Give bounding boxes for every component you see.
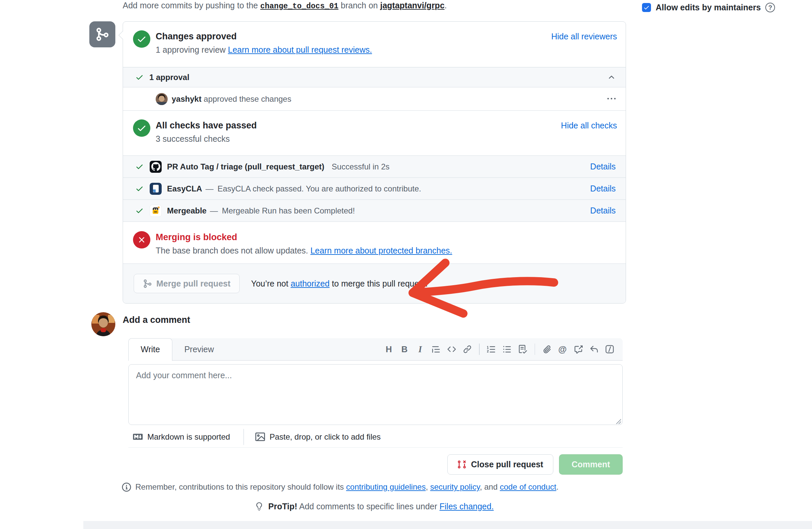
files-changed-link[interactable]: Files changed. <box>440 502 494 511</box>
markdown-supported-label[interactable]: Markdown is supported <box>147 432 230 442</box>
check-separator: — <box>210 206 218 215</box>
help-question-icon[interactable]: ? <box>765 3 775 12</box>
security-policy-link[interactable]: security policy <box>430 482 480 491</box>
checkbox-check-icon <box>643 4 650 11</box>
check-row-pr-auto-tag: PR Auto Tag / triage (pull_request_targe… <box>123 155 626 177</box>
authorized-link[interactable]: authorized <box>291 279 330 288</box>
comment-form: Write Preview H B I @ <box>128 338 623 448</box>
mention-icon[interactable]: @ <box>555 342 570 357</box>
check-details-link[interactable]: Details <box>590 206 616 215</box>
check-icon <box>137 34 147 44</box>
review-options-button[interactable] <box>607 95 616 103</box>
review-status-subtitle: 1 approving review Learn more about pull… <box>156 45 372 55</box>
link-icon[interactable] <box>459 342 475 357</box>
check-row-easycla: EasyCLA — EasyCLA check passed. You are … <box>123 177 626 199</box>
blocked-title: Merging is blocked <box>156 231 452 242</box>
note-prefix: You’re not <box>251 279 288 288</box>
merge-pull-request-button[interactable]: Merge pull request <box>134 274 240 293</box>
review-status-section: Changes approved 1 approving review Lear… <box>123 22 626 67</box>
italic-icon[interactable]: I <box>412 342 428 357</box>
attach-file-icon[interactable] <box>539 342 555 357</box>
reviewer-name[interactable]: yashykt <box>172 95 201 103</box>
check-details-link[interactable]: Details <box>590 162 616 171</box>
add-comment-heading: Add a comment <box>123 315 190 325</box>
note-suffix: to merge this pull request. <box>332 279 428 288</box>
note-middle: branch on <box>341 1 378 10</box>
learn-more-protected-branches-link[interactable]: Learn more about protected branches. <box>310 246 452 255</box>
repo-link[interactable]: jagtaptanvi/grpc <box>380 1 444 10</box>
timeline-merge-badge <box>89 22 115 47</box>
note-prefix: Add more commits by pushing to the <box>123 1 258 10</box>
allow-edits-control: Allow edits by maintainers ? <box>642 3 775 12</box>
blocked-reason: The base branch does not allow updates. <box>156 246 308 255</box>
close-button-label: Close pull request <box>471 460 543 469</box>
punct: , <box>426 482 428 491</box>
x-icon <box>137 235 146 244</box>
slash-command-icon[interactable] <box>602 342 617 357</box>
avatar-image <box>156 93 168 105</box>
allow-edits-label: Allow edits by maintainers <box>656 3 761 12</box>
quote-icon[interactable] <box>428 342 444 357</box>
comment-textarea[interactable] <box>128 364 623 425</box>
contributing-guidelines-link[interactable]: contributing guidelines <box>346 482 426 491</box>
hide-all-checks-link[interactable]: Hide all checks <box>561 119 617 130</box>
check-status: EasyCLA check passed. You are authorized… <box>217 184 421 194</box>
bold-icon[interactable]: B <box>397 342 412 357</box>
allow-edits-checkbox[interactable] <box>642 3 651 12</box>
checks-status-subtitle: 3 successful checks <box>156 134 257 144</box>
merging-blocked-section: Merging is blocked The base branch does … <box>123 221 626 263</box>
punct: , and <box>480 482 497 491</box>
cross-reference-icon[interactable] <box>570 342 586 357</box>
numbered-list-icon[interactable] <box>484 342 499 357</box>
hide-all-reviewers-link[interactable]: Hide all reviewers <box>551 30 617 41</box>
avatar-image <box>91 312 115 336</box>
task-list-icon[interactable] <box>515 342 531 357</box>
check-status: Mergeable Run has been Completed! <box>222 206 355 215</box>
reviewer-action: approved these changes <box>204 95 291 103</box>
toolbar-divider <box>479 344 480 355</box>
check-name: EasyCLA <box>167 184 202 194</box>
tab-preview[interactable]: Preview <box>172 338 226 360</box>
push-more-commits-note: Add more commits by pushing to the chang… <box>123 1 447 11</box>
mergeable-bot-icon <box>150 205 162 217</box>
check-separator: — <box>205 184 213 194</box>
approving-review-count: 1 approving review <box>156 45 226 54</box>
reminder-prefix: Remember, contributions to this reposito… <box>135 482 344 491</box>
checks-status-title: All checks have passed <box>156 119 257 131</box>
github-actions-icon <box>150 161 162 173</box>
easycla-app-icon <box>150 183 162 195</box>
markdown-icon <box>133 432 143 442</box>
note-suffix: . <box>445 1 447 10</box>
code-icon[interactable] <box>444 342 459 357</box>
formatting-toolbar: H B I @ <box>381 338 623 360</box>
form-actions: Close pull request Comment <box>128 454 623 475</box>
reviewer-avatar[interactable] <box>156 93 168 105</box>
learn-more-reviews-link[interactable]: Learn more about pull request reviews. <box>228 45 372 54</box>
image-upload-icon <box>255 432 265 442</box>
merge-action-row: Merge pull request You’re not authorized… <box>123 263 626 303</box>
check-icon <box>135 184 144 193</box>
collapse-approvals-button[interactable] <box>607 73 616 81</box>
paste-drop-label[interactable]: Paste, drop, or click to add files <box>270 432 381 442</box>
comment-textarea-wrap <box>128 364 623 426</box>
bullet-list-icon[interactable] <box>499 342 515 357</box>
next-section-edge <box>83 521 812 529</box>
merge-button-label: Merge pull request <box>156 279 230 288</box>
comment-footer-row: Markdown is supported Paste, drop, or cl… <box>128 426 623 448</box>
check-name: PR Auto Tag / triage (pull_request_targe… <box>167 162 324 171</box>
check-name: Mergeable <box>167 206 207 215</box>
tab-write[interactable]: Write <box>128 338 172 361</box>
footer-divider <box>243 429 244 445</box>
close-pull-request-button[interactable]: Close pull request <box>447 454 553 475</box>
code-of-conduct-link[interactable]: code of conduct <box>500 482 556 491</box>
punct: . <box>556 482 559 491</box>
approval-summary-row[interactable]: 1 approval <box>123 67 626 87</box>
pull-request-page: Add more commits by pushing to the chang… <box>0 0 812 529</box>
commenter-avatar <box>91 312 115 336</box>
branch-link[interactable]: change_to_docs_01 <box>260 2 339 11</box>
check-details-link[interactable]: Details <box>590 184 616 194</box>
heading-icon[interactable]: H <box>381 342 397 357</box>
reply-icon[interactable] <box>586 342 602 357</box>
comment-submit-button[interactable]: Comment <box>559 454 623 475</box>
review-status-title: Changes approved <box>156 30 372 42</box>
